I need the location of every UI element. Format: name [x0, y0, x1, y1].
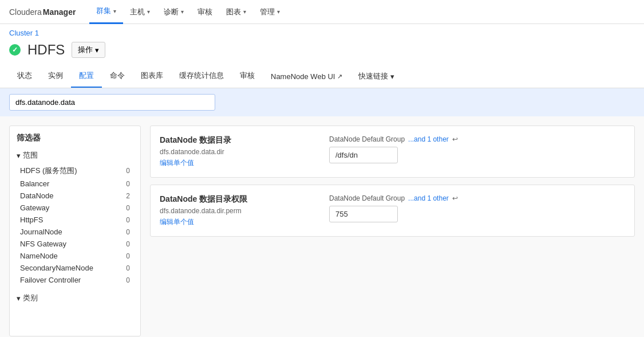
config-group-label-2: DataNode Default Group ...and 1 other ↩ [329, 194, 625, 202]
filter-item-namenode[interactable]: NameNode 0 [17, 250, 133, 262]
external-link-icon: ↗ [337, 73, 342, 80]
config-edit-link-1[interactable]: 编辑单个值 [160, 158, 320, 168]
chevron-down-icon: ▾ [17, 294, 21, 303]
nav-item-hosts[interactable]: 主机 ▾ [123, 0, 157, 24]
filter-item-balancer[interactable]: Balancer 0 [17, 178, 133, 190]
filter-scope-list: HDFS (服务范围) 0 Balancer 0 DataNode 2 Gate… [17, 164, 133, 286]
sub-navigation: 状态 实例 配置 命令 图表库 缓存统计信息 审核 NameNode Web U… [0, 65, 644, 88]
main-content: 筛选器 ▾ 范围 HDFS (服务范围) 0 Balancer 0 DataNo… [0, 116, 644, 337]
chevron-down-icon: ▾ [277, 9, 280, 15]
config-content: DataNode 数据目录 dfs.datanode.data.dir 编辑单个… [150, 126, 635, 336]
config-key-1: dfs.datanode.data.dir [160, 148, 320, 156]
breadcrumb-link[interactable]: Cluster 1 [9, 29, 39, 37]
config-item-left-2: DataNode 数据目录权限 dfs.datanode.data.dir.pe… [160, 194, 320, 227]
operations-button[interactable]: 操作 ▾ [72, 42, 105, 58]
chevron-down-icon: ▾ [113, 8, 116, 14]
top-navigation: Cloudera Manager 群集 ▾ 主机 ▾ 诊断 ▾ 审核 图表 ▾ … [0, 0, 644, 24]
filter-item-hdfs[interactable]: HDFS (服务范围) 0 [17, 164, 133, 178]
filter-item-nfs-gateway[interactable]: NFS Gateway 0 [17, 238, 133, 250]
chevron-down-icon: ▾ [147, 9, 150, 15]
undo-icon-1[interactable]: ↩ [452, 135, 458, 143]
config-group-label-1: DataNode Default Group ...and 1 other ↩ [329, 135, 625, 143]
nav-item-charts[interactable]: 图表 ▾ [219, 0, 253, 24]
chevron-down-icon: ▾ [17, 151, 21, 160]
search-bar-area [0, 88, 644, 116]
tab-commands[interactable]: 命令 [102, 65, 133, 88]
filter-item-httpfs[interactable]: HttpFS 0 [17, 214, 133, 226]
nav-item-clusters[interactable]: 群集 ▾ [89, 0, 123, 24]
config-value-2: 755 [329, 206, 398, 222]
config-edit-link-2[interactable]: 编辑单个值 [160, 217, 320, 227]
undo-icon-2[interactable]: ↩ [452, 194, 458, 202]
logo-manager: Manager [43, 7, 76, 17]
breadcrumb: Cluster 1 [0, 24, 644, 40]
sidebar-filter: 筛选器 ▾ 范围 HDFS (服务范围) 0 Balancer 0 DataNo… [9, 126, 141, 336]
chevron-down-icon: ▾ [243, 9, 246, 15]
filter-title: 筛选器 [17, 133, 133, 143]
logo-cloudera: Cloudera [9, 7, 42, 17]
logo: Cloudera Manager [9, 7, 76, 17]
tab-cache-stats[interactable]: 缓存统计信息 [171, 65, 232, 88]
config-item-right-1: DataNode Default Group ...and 1 other ↩ … [329, 135, 625, 168]
filter-category-header[interactable]: ▾ 类别 [17, 293, 133, 303]
config-title-1: DataNode 数据目录 [160, 135, 320, 146]
nav-item-admin[interactable]: 管理 ▾ [253, 0, 287, 24]
tab-configuration[interactable]: 配置 [71, 65, 102, 88]
nav-item-diagnostics[interactable]: 诊断 ▾ [157, 0, 191, 24]
config-key-2: dfs.datanode.data.dir.perm [160, 207, 320, 215]
config-item-data-dir-perm: DataNode 数据目录权限 dfs.datanode.data.dir.pe… [150, 185, 635, 237]
config-item-left-1: DataNode 数据目录 dfs.datanode.data.dir 编辑单个… [160, 135, 320, 168]
chevron-down-icon: ▾ [95, 46, 99, 54]
config-value-1: /dfs/dn [329, 147, 398, 163]
service-header: ✓ HDFS 操作 ▾ [0, 40, 644, 65]
namenode-webui-link[interactable]: NameNode Web UI ↗ [263, 66, 350, 87]
config-search-input[interactable] [9, 94, 215, 111]
filter-item-journalnode[interactable]: JournalNode 0 [17, 226, 133, 238]
filter-item-failover-controller[interactable]: Failover Controller 0 [17, 274, 133, 286]
service-title: HDFS [27, 42, 65, 58]
tab-instances[interactable]: 实例 [40, 65, 71, 88]
config-other-link-2[interactable]: ...and 1 other [408, 194, 449, 202]
filter-item-secondary-namenode[interactable]: SecondaryNameNode 0 [17, 262, 133, 274]
tab-audit[interactable]: 审核 [232, 65, 263, 88]
chevron-down-icon: ▾ [181, 9, 184, 15]
config-item-data-dir: DataNode 数据目录 dfs.datanode.data.dir 编辑单个… [150, 126, 635, 178]
filter-item-gateway[interactable]: Gateway 0 [17, 202, 133, 214]
config-other-link-1[interactable]: ...and 1 other [408, 135, 449, 143]
filter-scope-header[interactable]: ▾ 范围 [17, 150, 133, 160]
nav-item-audit[interactable]: 审核 [191, 0, 219, 24]
config-title-2: DataNode 数据目录权限 [160, 194, 320, 205]
chevron-down-icon: ▾ [390, 72, 394, 81]
tab-charts[interactable]: 图表库 [133, 65, 171, 88]
service-status-icon: ✓ [9, 44, 21, 56]
config-item-right-2: DataNode Default Group ...and 1 other ↩ … [329, 194, 625, 227]
tab-status[interactable]: 状态 [9, 65, 40, 88]
quick-links[interactable]: 快速链接 ▾ [350, 65, 402, 87]
filter-item-datanode[interactable]: DataNode 2 [17, 190, 133, 202]
